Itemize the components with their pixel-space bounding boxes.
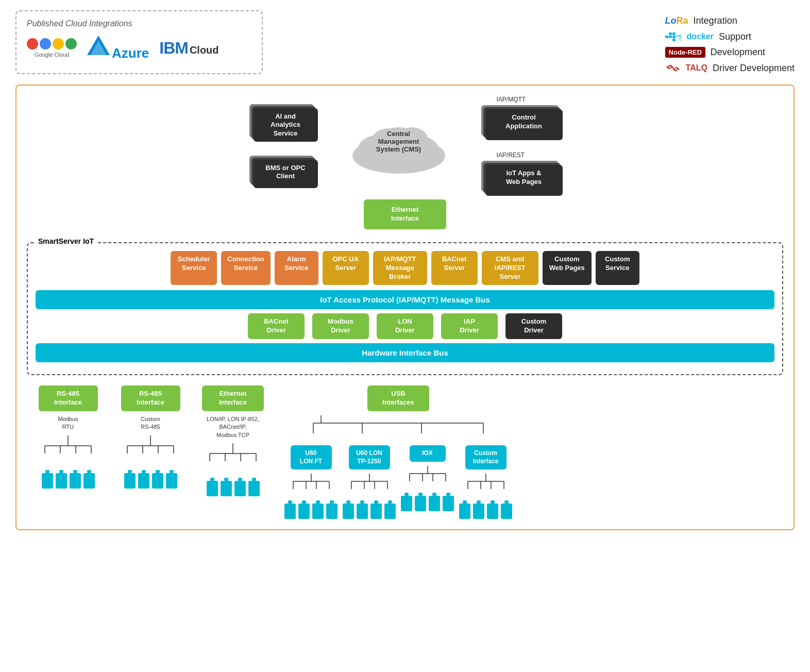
custom-if-node: CustomInterface <box>465 445 507 469</box>
control-app-group: IAP/MQTT ControlApplication <box>481 96 561 139</box>
ibm-text: IBM <box>159 39 188 58</box>
talq-icon <box>665 62 681 74</box>
lora-icon: LoRa <box>665 15 688 26</box>
device-icon <box>207 481 218 496</box>
u60-lon-tp-tree <box>346 474 393 497</box>
bms-opc-node: BMS or OPCClient <box>254 160 318 188</box>
device-icon <box>234 481 246 496</box>
rs485-1-tree-svg <box>37 435 99 466</box>
svg-rect-6 <box>672 32 676 35</box>
lon-driver-node: LONDriver <box>377 313 433 339</box>
rs485-2-label-area: CustomRS-485 <box>141 415 160 431</box>
iox-tree <box>404 466 451 489</box>
u60-lon-ft-node: U60LON FT <box>291 445 332 469</box>
talq-label: Driver Development <box>713 63 795 74</box>
device-icon <box>443 496 454 511</box>
diagram-container: AI andAnalyticsService BMS or OPCClient <box>15 85 795 530</box>
cms-rest-server-node: CMS andIAP/RESTServer <box>482 251 538 285</box>
control-app-node: ControlApplication <box>485 109 563 140</box>
iot-apps-label: IoT Apps &Web Pages <box>506 169 542 186</box>
ai-analytics-stack: AI andAnalyticsService <box>249 104 316 140</box>
gc-circle-yellow <box>53 38 64 49</box>
iap-rest-label: IAP/REST <box>497 152 525 159</box>
u60-lon-ft-devices <box>284 503 338 519</box>
drivers-row: BACnetDriver ModbusDriver LONDriver IAPD… <box>36 313 774 339</box>
cms-row: AI andAnalyticsService BMS or OPCClient <box>27 96 783 194</box>
device-icon <box>248 481 260 496</box>
cloud-integrations-title: Published Cloud Integrations <box>27 19 251 28</box>
device-icon <box>384 503 396 519</box>
alarm-service-node: AlarmService <box>275 251 318 285</box>
docker-icon <box>665 30 682 43</box>
iap-mqtt-broker-node: IAP/MQTTMessageBroker <box>373 251 427 285</box>
smartserver-label: SmartServer IoT <box>36 237 96 245</box>
top-section: Published Cloud Integrations Google Clou… <box>15 10 795 74</box>
gc-circle-red <box>27 38 38 49</box>
ethernet-row: EthernetInterface <box>364 199 446 229</box>
device-icon <box>370 503 382 519</box>
u60-lon-ft-col: U60LON FT <box>284 445 338 519</box>
azure-label: Azure <box>112 45 149 61</box>
svg-point-8 <box>679 34 682 41</box>
talq-badge: TALQ <box>686 63 707 73</box>
cloud-integrations-box: Published Cloud Integrations Google Clou… <box>15 10 263 74</box>
cloud-text: Cloud <box>190 44 219 56</box>
feature-lora: LoRa Integration <box>665 15 795 26</box>
ethernet-if-node: EthernetInterface <box>202 385 264 411</box>
device-icon <box>312 503 324 519</box>
device-icon <box>56 473 67 489</box>
ai-analytics-label: AI andAnalyticsService <box>271 112 300 138</box>
left-nodes-group: AI andAnalyticsService BMS or OPCClient <box>249 104 316 187</box>
docker-label: Support <box>719 31 751 42</box>
iot-apps-stack: IoT Apps &Web Pages <box>481 161 561 194</box>
azure-icon <box>87 35 110 58</box>
device-icon <box>138 473 149 489</box>
ethernet-interface-node: EthernetInterface <box>364 199 446 229</box>
ethernet-if-devices <box>207 481 260 496</box>
bacnet-driver-node: BACnetDriver <box>248 313 305 339</box>
cloud-logos: Google Cloud Azure IBM <box>27 35 251 61</box>
device-icon <box>221 481 232 496</box>
cms-group: CentralManagementSystem (CMS) <box>347 117 450 174</box>
azure-logo: Azure <box>87 35 149 61</box>
rs485-2-devices <box>124 473 177 489</box>
control-app-label: ControlApplication <box>505 113 542 130</box>
device-icon <box>326 503 338 519</box>
device-icon <box>83 473 95 489</box>
feature-nodered: Node-RED Development <box>665 47 795 58</box>
svg-rect-5 <box>669 32 672 35</box>
svg-rect-3 <box>669 36 672 38</box>
gc-circle-green <box>65 38 77 49</box>
custom-service-node: CustomService <box>596 251 639 285</box>
custom-if-col: CustomInterface <box>459 445 512 519</box>
bms-opc-stack: BMS or OPCClient <box>249 156 316 187</box>
rs485-2-sublabel: CustomRS-485 <box>141 415 160 431</box>
page-wrapper: Published Cloud Integrations Google Clou… <box>0 0 810 541</box>
opc-ua-server-node: OPC UAServer <box>323 251 369 285</box>
iap-driver-node: IAPDriver <box>441 313 498 339</box>
lora-label: Integration <box>694 15 737 26</box>
usb-sub-interfaces: U60LON FT <box>284 445 512 519</box>
features-list: LoRa Integration docker Support <box>665 10 795 74</box>
iox-col: IOX <box>401 445 454 519</box>
iox-node: IOX <box>410 445 446 462</box>
device-icon <box>284 503 296 519</box>
bacnet-server-node: BACnetServer <box>431 251 478 285</box>
ethernet-if-tree-svg <box>202 443 264 474</box>
iap-bus: IoT Access Protocol (IAP/MQTT) Message B… <box>36 290 774 309</box>
right-nodes-group: IAP/MQTT ControlApplication IAP/REST <box>481 96 561 194</box>
rs485-1-devices <box>42 473 95 489</box>
ethernet-interface-label: EthernetInterface <box>391 206 419 222</box>
iot-apps-group: IAP/REST IoT Apps &Web Pages <box>481 152 561 194</box>
rs485-1-node: RS-485Interface <box>39 385 98 411</box>
google-cloud-logo: Google Cloud <box>27 38 77 58</box>
device-icon <box>415 496 426 511</box>
device-icon <box>401 496 412 511</box>
google-cloud-circles <box>27 38 77 49</box>
control-app-stack: ControlApplication <box>481 105 561 139</box>
u60-lon-tp-col: U60 LONTP-1250 <box>343 445 396 519</box>
connection-service-node: ConnectionService <box>221 251 271 285</box>
interfaces-section: RS-485Interface ModbusRTU <box>27 385 783 519</box>
rs485-2-tree-svg <box>120 435 181 466</box>
smartserver-container: SmartServer IoT SchedulerService Connect… <box>27 242 783 375</box>
